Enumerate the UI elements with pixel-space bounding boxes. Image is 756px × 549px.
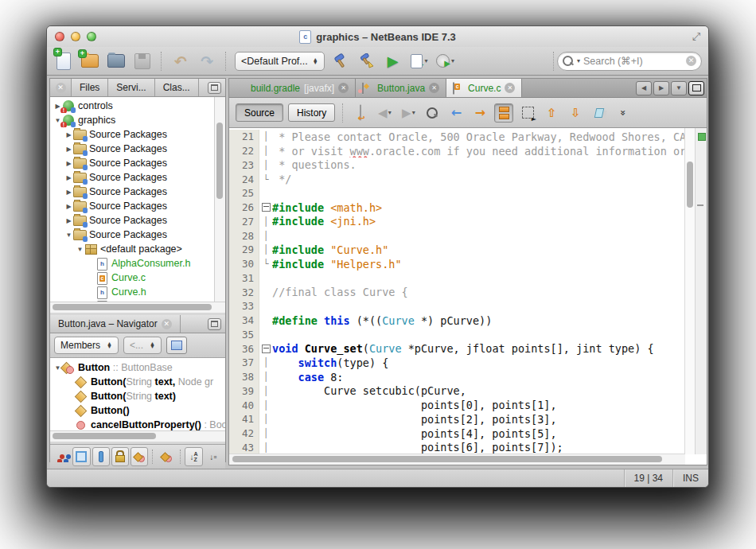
minimize-panel-button[interactable]: [208, 318, 221, 330]
tree-item[interactable]: ▼graphics: [50, 113, 215, 127]
build-icon[interactable]: [330, 51, 351, 72]
code-line[interactable]: 43│ points[6], points[7]);: [229, 441, 685, 455]
source-view-button[interactable]: Source: [236, 103, 283, 122]
scroll-tabs-right-button[interactable]: ▶: [653, 81, 669, 95]
navigator-item[interactable]: ▼Button :: ButtonBase: [50, 360, 225, 375]
tree-item[interactable]: Curve.c: [50, 271, 215, 285]
code-line[interactable]: 27│#include <jni.h>: [229, 215, 685, 229]
tree-item[interactable]: ▶Source Packages: [50, 127, 215, 142]
tree-item[interactable]: ▶controls: [50, 99, 215, 113]
tree-expand-icon[interactable]: ▶: [64, 160, 73, 167]
code-line[interactable]: 41│ points[2], points[3],: [229, 412, 685, 426]
error-stripe[interactable]: [695, 128, 707, 454]
next-occurrence-icon[interactable]: →: [470, 103, 489, 123]
tree-item[interactable]: ▶Source Packages: [50, 156, 215, 170]
code-line[interactable]: 38│ case 8:: [229, 370, 685, 384]
history-view-button[interactable]: History: [288, 103, 335, 122]
toggle-highlight-icon[interactable]: [494, 103, 513, 123]
tree-expand-icon[interactable]: ▶: [64, 217, 73, 224]
profile-icon[interactable]: ▶▾: [435, 51, 456, 72]
code-line[interactable]: 42│ points[4], points[5],: [229, 426, 685, 441]
minimize-panel-button[interactable]: [208, 82, 221, 94]
tree-item[interactable]: ▼Source Packages: [50, 228, 215, 242]
fullscreen-icon[interactable]: ⤢: [691, 31, 702, 42]
explorer-tab-clas[interactable]: Clas...: [155, 79, 199, 96]
tree-expand-icon[interactable]: ▶: [64, 174, 73, 181]
explorer-tab-files[interactable]: Files: [72, 79, 108, 96]
projects-horizontal-scrollbar[interactable]: [50, 302, 225, 313]
show-fields-icon[interactable]: [72, 447, 90, 466]
scroll-tabs-left-button[interactable]: ◀: [636, 81, 652, 95]
tree-expand-icon[interactable]: ▶: [64, 203, 73, 210]
maximize-editor-button[interactable]: [688, 81, 704, 95]
next-bookmark-icon[interactable]: ⇩: [566, 103, 585, 123]
scrollbar-thumb[interactable]: [216, 123, 223, 199]
close-icon[interactable]: ✕: [429, 83, 439, 93]
toggle-bookmark-icon[interactable]: [590, 103, 609, 123]
projects-tree[interactable]: ▶controls▼graphics▶Source Packages▶Sourc…: [50, 97, 225, 302]
close-tab-group[interactable]: ✕: [50, 79, 72, 96]
tree-item[interactable]: ▶Source Packages: [50, 199, 215, 213]
debug-icon[interactable]: ▶▾: [409, 51, 430, 72]
inherited-members-icon[interactable]: [53, 447, 71, 466]
navigator-filter-dropdown[interactable]: Members ▲▼: [54, 337, 119, 354]
show-classes-icon[interactable]: [131, 447, 148, 466]
previous-occurrence-icon[interactable]: ←: [446, 103, 466, 123]
back-icon[interactable]: ◀▾: [375, 103, 394, 123]
close-icon[interactable]: ✕: [162, 319, 172, 329]
close-icon[interactable]: ✕: [505, 83, 515, 93]
code-line[interactable]: 40│ points[0], points[1],: [229, 398, 685, 412]
new-file-icon[interactable]: [53, 51, 74, 72]
navigator-item[interactable]: Button(String text, Node gr: [50, 375, 225, 389]
fold-marker[interactable]: [259, 201, 272, 215]
code-line[interactable]: 23│ * questions.: [229, 158, 685, 173]
tree-expand-icon[interactable]: ▼: [64, 232, 73, 239]
editor-tab-buttonjava[interactable]: Button.java✕: [356, 79, 446, 97]
navigator-item[interactable]: Button(String text): [50, 389, 225, 403]
navigator-tree[interactable]: ▼Button :: ButtonBaseButton(String text,…: [50, 358, 225, 430]
close-icon[interactable]: ✕: [338, 83, 349, 93]
search-options-arrow-icon[interactable]: ▾: [577, 57, 580, 64]
redo-icon[interactable]: ↷: [197, 51, 217, 72]
code-line[interactable]: 24└ */: [229, 172, 685, 186]
last-edit-icon[interactable]: [351, 103, 370, 123]
navigator-tab[interactable]: Button.java – Navigator ✕: [50, 315, 181, 333]
navigator-horizontal-scrollbar[interactable]: [50, 430, 225, 442]
code-line[interactable]: 36void Curve_set(Curve *pCurve, jfloat p…: [229, 341, 685, 356]
previous-bookmark-icon[interactable]: ⇧: [542, 103, 561, 123]
code-line[interactable]: 32//final class Curve {: [229, 285, 685, 299]
editor-horizontal-scrollbar[interactable]: [229, 454, 685, 465]
rectangular-selection-icon[interactable]: [518, 103, 537, 123]
tree-item[interactable]: hCurve.h: [50, 285, 215, 299]
tree-item[interactable]: ▶Source Packages: [50, 185, 215, 199]
new-project-icon[interactable]: [80, 51, 100, 72]
explorer-tab-servi[interactable]: Servi...: [108, 79, 154, 96]
undo-icon[interactable]: ↶: [170, 51, 191, 72]
code-editor[interactable]: 21│ * Please contact Oracle, 500 Oracle …: [229, 128, 707, 465]
tree-expand-icon[interactable]: ▶: [64, 131, 73, 138]
tree-item[interactable]: ▶Source Packages: [50, 170, 215, 185]
navigator-panel-button[interactable]: [166, 337, 187, 354]
scrollbar-thumb[interactable]: [53, 304, 212, 310]
clear-search-icon[interactable]: ✕: [686, 56, 696, 66]
scrollbar-thumb[interactable]: [53, 433, 156, 439]
editor-tab-curvec[interactable]: Curve.c✕: [446, 79, 522, 97]
non-public-icon[interactable]: [111, 447, 129, 466]
fold-marker[interactable]: [259, 341, 272, 356]
scrollbar-thumb[interactable]: [687, 162, 693, 208]
editor-tab-buildgradle[interactable]: build.gradle [javafx]✕: [229, 79, 356, 97]
code-line[interactable]: 37│ switch(type) {: [229, 356, 685, 370]
tree-expand-icon[interactable]: ▼: [76, 246, 84, 253]
clean-build-icon[interactable]: [357, 51, 377, 72]
tree-expand-icon[interactable]: ▶: [64, 189, 73, 196]
scrollbar-thumb[interactable]: [232, 456, 662, 462]
sort-source-icon[interactable]: ↓≡: [205, 447, 222, 466]
code-line[interactable]: 39│ Curve_setcubic(pCurve,: [229, 384, 685, 399]
navigator-item[interactable]: Button(): [50, 403, 225, 418]
run-icon[interactable]: ▶: [383, 51, 403, 72]
open-project-icon[interactable]: [106, 51, 127, 72]
code-line[interactable]: 29│#include "Curve.h": [229, 243, 685, 257]
code-line[interactable]: 35: [229, 328, 685, 342]
code-line[interactable]: 26#include <math.h>: [229, 201, 685, 215]
more-icon[interactable]: »: [614, 103, 633, 123]
